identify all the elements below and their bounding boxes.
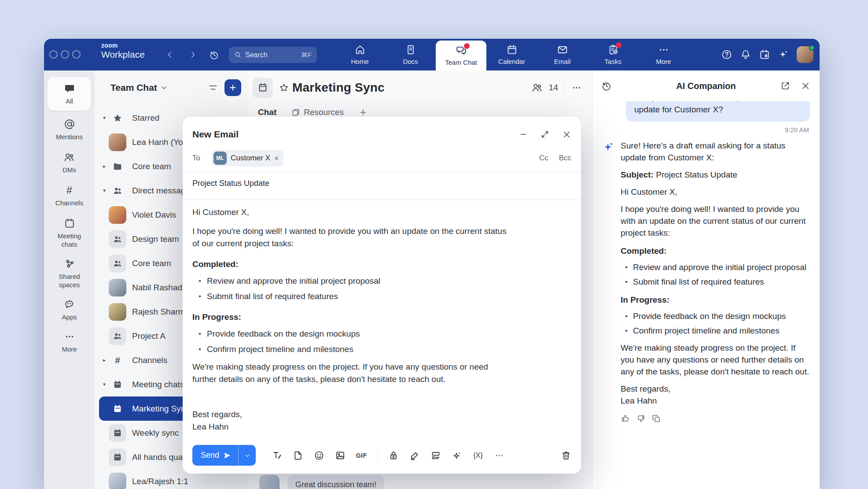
remove-recipient-icon[interactable]: ✕ <box>274 155 279 162</box>
rail-item-shared-spaces[interactable]: Shared spaces <box>50 258 89 289</box>
recipient-chip[interactable]: ML Customer X ✕ <box>212 150 283 167</box>
folder-icon <box>109 158 126 175</box>
tab-chat[interactable]: Chat <box>258 107 276 117</box>
file-icon[interactable] <box>293 450 303 461</box>
ai-conversation[interactable]: Can you draft an email that provides a s… <box>603 101 810 489</box>
expand-icon[interactable] <box>540 130 550 139</box>
chevron-collapsed-icon[interactable]: ▸ <box>100 357 109 363</box>
filter-icon[interactable] <box>208 82 218 93</box>
form-icon[interactable] <box>430 450 441 461</box>
channel-calendar-icon <box>253 78 273 98</box>
avatar <box>109 303 126 321</box>
group-icon <box>109 230 126 248</box>
image-icon[interactable] <box>335 450 346 461</box>
new-email-modal: New Email To ML Customer X ✕ C <box>183 117 581 474</box>
to-field[interactable]: To ML Customer X ✕ Cc Bcc <box>192 149 571 167</box>
tab-team-chat[interactable]: Team Chat <box>436 41 486 70</box>
rail-item-channels[interactable]: # Channels <box>55 185 83 207</box>
tab-tasks[interactable]: Tasks <box>588 39 638 70</box>
help-icon[interactable] <box>721 49 732 60</box>
members-icon[interactable] <box>531 82 543 93</box>
rail-item-mentions[interactable]: Mentions <box>56 119 83 141</box>
bcc-button[interactable]: Bcc <box>559 154 571 163</box>
thumbs-down-icon[interactable] <box>636 414 646 423</box>
send-button-group[interactable]: Send <box>192 445 256 466</box>
divider <box>183 200 581 200</box>
rail-item-all[interactable]: All <box>48 77 91 111</box>
group-icon <box>109 327 126 345</box>
ai-sparkle-icon[interactable] <box>452 450 462 461</box>
maximize-window-button[interactable] <box>72 50 81 59</box>
email-body-editor[interactable]: Hi Customer X, I hope you're doing well!… <box>192 206 511 433</box>
tab-resources[interactable]: Resources <box>291 107 344 117</box>
subject-field[interactable]: Project Status Update <box>192 172 571 195</box>
encrypt-icon[interactable] <box>388 450 399 461</box>
chevron-down-icon[interactable] <box>161 84 168 91</box>
ai-subject-line: Subject: Project Status Update <box>621 169 810 181</box>
minimize-icon[interactable] <box>519 130 528 139</box>
favorite-star-icon[interactable] <box>279 83 289 93</box>
cc-button[interactable]: Cc <box>539 154 548 163</box>
forward-icon[interactable] <box>187 48 199 61</box>
modal-title: New Email <box>192 129 239 140</box>
rail-item-dms[interactable]: DMs <box>63 152 76 174</box>
format-icon[interactable] <box>272 450 282 461</box>
home-icon <box>354 44 366 56</box>
close-window-button[interactable] <box>49 50 58 59</box>
add-tab-icon[interactable] <box>359 108 368 117</box>
tab-email[interactable]: Email <box>537 39 588 70</box>
star-icon <box>109 109 126 127</box>
chevron-collapsed-icon[interactable]: ▸ <box>100 163 109 169</box>
gif-icon[interactable]: GIF <box>356 450 367 461</box>
rail-item-meeting-chats[interactable]: Meeting chats <box>50 218 89 248</box>
more-options-icon[interactable] <box>494 450 504 461</box>
rail-item-apps[interactable]: Apps <box>62 299 77 321</box>
tasks-icon <box>607 44 619 56</box>
minimize-window-button[interactable] <box>61 50 69 59</box>
trash-icon[interactable] <box>561 450 571 461</box>
avatar <box>109 279 126 296</box>
email-modal-header: New Email <box>192 117 571 140</box>
search-input[interactable]: Search ⌘F <box>229 47 317 63</box>
member-count[interactable]: 14 <box>549 83 558 93</box>
tab-home[interactable]: Home <box>335 39 385 70</box>
history-icon[interactable] <box>601 81 612 91</box>
chevron-expand-icon[interactable]: ▾ <box>100 188 109 193</box>
chevron-expand-icon[interactable]: ▾ <box>100 382 109 387</box>
close-icon[interactable] <box>800 81 811 91</box>
add-button[interactable] <box>224 79 241 96</box>
calendar-indicator-icon[interactable] <box>759 49 770 60</box>
send-options-chevron[interactable] <box>239 445 256 466</box>
channel-more-icon[interactable] <box>571 82 582 93</box>
history-icon[interactable] <box>208 48 220 61</box>
send-button[interactable]: Send <box>192 445 238 466</box>
close-icon[interactable] <box>562 130 571 139</box>
channels-icon: # <box>63 185 75 196</box>
emoji-icon[interactable] <box>314 450 324 461</box>
team-chat-icon <box>456 45 467 56</box>
dms-icon <box>63 152 75 163</box>
chevron-expand-icon[interactable]: ▾ <box>100 115 109 121</box>
docs-icon <box>405 44 416 56</box>
signature-icon[interactable] <box>409 450 420 461</box>
copy-icon[interactable] <box>651 414 661 423</box>
completed-list: Review and approve the initial project p… <box>621 261 810 288</box>
user-avatar[interactable] <box>797 46 813 63</box>
apps-icon <box>63 299 75 310</box>
calendar-icon <box>109 376 126 393</box>
tab-docs[interactable]: Docs <box>385 39 436 70</box>
rail-item-more[interactable]: More <box>62 331 77 353</box>
ai-sparkle-icon[interactable] <box>778 49 789 60</box>
variable-icon[interactable]: {X} <box>473 450 483 461</box>
calendar-icon <box>109 424 126 442</box>
bell-icon[interactable] <box>740 49 751 60</box>
back-icon[interactable] <box>164 48 176 61</box>
in-progress-list: Provide feedback on the design mockups C… <box>192 328 511 356</box>
tab-more[interactable]: More <box>638 39 689 70</box>
open-in-new-icon[interactable] <box>780 81 791 91</box>
tasks-badge <box>616 42 622 48</box>
thumbs-up-icon[interactable] <box>621 414 630 423</box>
avatar <box>109 473 126 489</box>
window-controls[interactable] <box>49 50 81 59</box>
tab-calendar[interactable]: Calendar <box>486 39 537 70</box>
